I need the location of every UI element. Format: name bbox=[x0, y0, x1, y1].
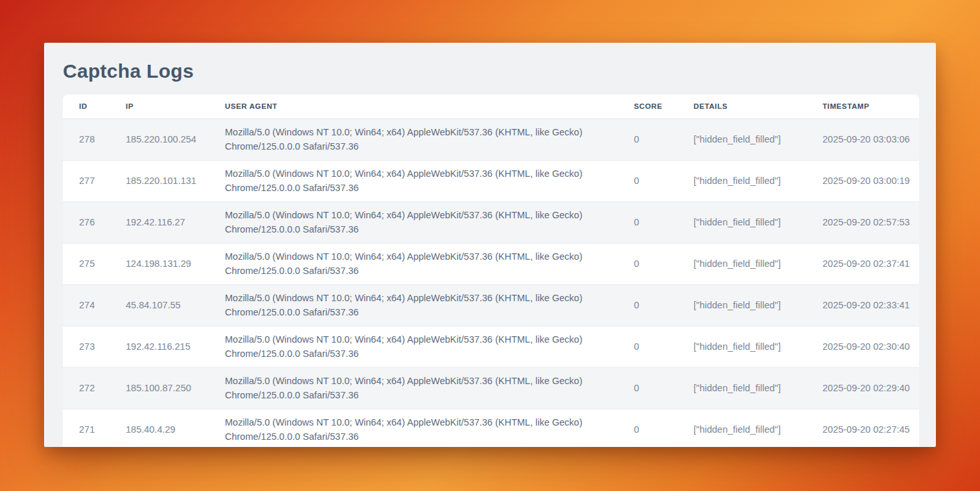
cell-user_agent: Mozilla/5.0 (Windows NT 10.0; Win64; x64… bbox=[225, 326, 634, 367]
cell-details: ["hidden_field_filled"] bbox=[694, 160, 822, 201]
table-row: 278185.220.100.254Mozilla/5.0 (Windows N… bbox=[63, 119, 919, 160]
cell-score: 0 bbox=[634, 201, 694, 243]
cell-user_agent: Mozilla/5.0 (Windows NT 10.0; Win64; x64… bbox=[225, 367, 634, 409]
cell-id: 275 bbox=[63, 243, 126, 284]
cell-id: 271 bbox=[63, 409, 126, 447]
cell-ip: 185.100.87.250 bbox=[126, 367, 225, 409]
column-header-score: SCORE bbox=[634, 95, 694, 119]
cell-ip: 124.198.131.29 bbox=[126, 243, 225, 284]
cell-timestamp: 2025-09-20 02:29:40 bbox=[822, 367, 919, 409]
captcha-logs-table: IDIPUSER AGENTSCOREDETAILSTIMESTAMP 2781… bbox=[63, 95, 919, 447]
cell-timestamp: 2025-09-20 03:00:19 bbox=[822, 160, 919, 201]
cell-id: 278 bbox=[63, 119, 126, 160]
cell-id: 274 bbox=[63, 284, 126, 326]
cell-timestamp: 2025-09-20 02:27:45 bbox=[822, 409, 919, 447]
cell-user_agent: Mozilla/5.0 (Windows NT 10.0; Win64; x64… bbox=[225, 119, 634, 160]
cell-score: 0 bbox=[634, 367, 694, 409]
column-header-timestamp: TIMESTAMP bbox=[822, 95, 919, 119]
cell-details: ["hidden_field_filled"] bbox=[694, 326, 822, 367]
cell-ip: 185.220.100.254 bbox=[126, 119, 225, 160]
cell-details: ["hidden_field_filled"] bbox=[694, 201, 822, 243]
cell-details: ["hidden_field_filled"] bbox=[694, 409, 822, 447]
table-row: 27445.84.107.55Mozilla/5.0 (Windows NT 1… bbox=[63, 284, 919, 326]
cell-user_agent: Mozilla/5.0 (Windows NT 10.0; Win64; x64… bbox=[225, 201, 634, 243]
cell-id: 276 bbox=[63, 201, 126, 243]
cell-timestamp: 2025-09-20 03:03:06 bbox=[822, 119, 919, 160]
cell-ip: 185.220.101.131 bbox=[126, 160, 225, 201]
cell-details: ["hidden_field_filled"] bbox=[694, 367, 822, 409]
cell-timestamp: 2025-09-20 02:30:40 bbox=[822, 326, 919, 367]
cell-timestamp: 2025-09-20 02:57:53 bbox=[822, 201, 919, 243]
header-row: IDIPUSER AGENTSCOREDETAILSTIMESTAMP bbox=[63, 95, 919, 119]
table-row: 276192.42.116.27Mozilla/5.0 (Windows NT … bbox=[63, 201, 919, 243]
cell-score: 0 bbox=[634, 284, 694, 326]
cell-id: 273 bbox=[63, 326, 126, 367]
table-row: 275124.198.131.29Mozilla/5.0 (Windows NT… bbox=[63, 243, 919, 284]
cell-score: 0 bbox=[634, 119, 694, 160]
cell-timestamp: 2025-09-20 02:33:41 bbox=[822, 284, 919, 326]
column-header-ip: IP bbox=[126, 95, 225, 119]
captcha-logs-table-container: IDIPUSER AGENTSCOREDETAILSTIMESTAMP 2781… bbox=[63, 95, 919, 447]
table-row: 271185.40.4.29Mozilla/5.0 (Windows NT 10… bbox=[63, 409, 919, 447]
column-header-user-agent: USER AGENT bbox=[225, 95, 634, 119]
cell-details: ["hidden_field_filled"] bbox=[694, 284, 822, 326]
column-header-id: ID bbox=[63, 95, 126, 119]
cell-id: 277 bbox=[63, 160, 126, 201]
cell-user_agent: Mozilla/5.0 (Windows NT 10.0; Win64; x64… bbox=[225, 409, 634, 447]
cell-score: 0 bbox=[634, 243, 694, 284]
table-row: 273192.42.116.215Mozilla/5.0 (Windows NT… bbox=[63, 326, 919, 367]
cell-ip: 192.42.116.215 bbox=[126, 326, 225, 367]
cell-ip: 192.42.116.27 bbox=[126, 201, 225, 243]
cell-timestamp: 2025-09-20 02:37:41 bbox=[822, 243, 919, 284]
cell-id: 272 bbox=[63, 367, 126, 409]
table-body: 278185.220.100.254Mozilla/5.0 (Windows N… bbox=[63, 119, 919, 447]
cell-score: 0 bbox=[634, 326, 694, 367]
captcha-logs-card: Captcha Logs IDIPUSER AGENTSCOREDETAILST… bbox=[44, 43, 936, 447]
cell-score: 0 bbox=[634, 160, 694, 201]
cell-details: ["hidden_field_filled"] bbox=[694, 243, 822, 284]
cell-details: ["hidden_field_filled"] bbox=[694, 119, 822, 160]
table-row: 272185.100.87.250Mozilla/5.0 (Windows NT… bbox=[63, 367, 919, 409]
column-header-details: DETAILS bbox=[694, 95, 822, 119]
cell-score: 0 bbox=[634, 409, 694, 447]
cell-ip: 45.84.107.55 bbox=[126, 284, 225, 326]
cell-ip: 185.40.4.29 bbox=[126, 409, 225, 447]
table-row: 277185.220.101.131Mozilla/5.0 (Windows N… bbox=[63, 160, 919, 201]
cell-user_agent: Mozilla/5.0 (Windows NT 10.0; Win64; x64… bbox=[225, 160, 634, 201]
cell-user_agent: Mozilla/5.0 (Windows NT 10.0; Win64; x64… bbox=[225, 243, 634, 284]
cell-user_agent: Mozilla/5.0 (Windows NT 10.0; Win64; x64… bbox=[225, 284, 634, 326]
page-title: Captcha Logs bbox=[63, 60, 936, 82]
